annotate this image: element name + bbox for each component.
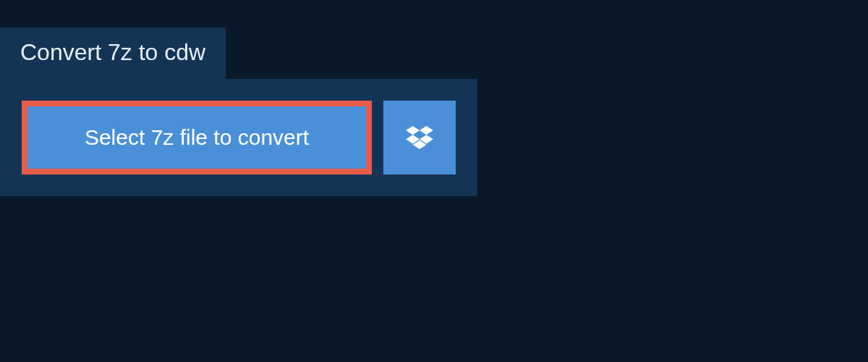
page-title: Convert 7z to cdw xyxy=(20,39,205,66)
dropbox-button[interactable] xyxy=(383,101,456,174)
select-file-button[interactable]: Select 7z file to convert xyxy=(22,101,372,174)
select-file-label: Select 7z file to convert xyxy=(85,125,309,150)
dropbox-icon xyxy=(406,126,433,149)
file-select-panel: Select 7z file to convert xyxy=(0,79,477,196)
header-tab: Convert 7z to cdw xyxy=(0,28,226,79)
